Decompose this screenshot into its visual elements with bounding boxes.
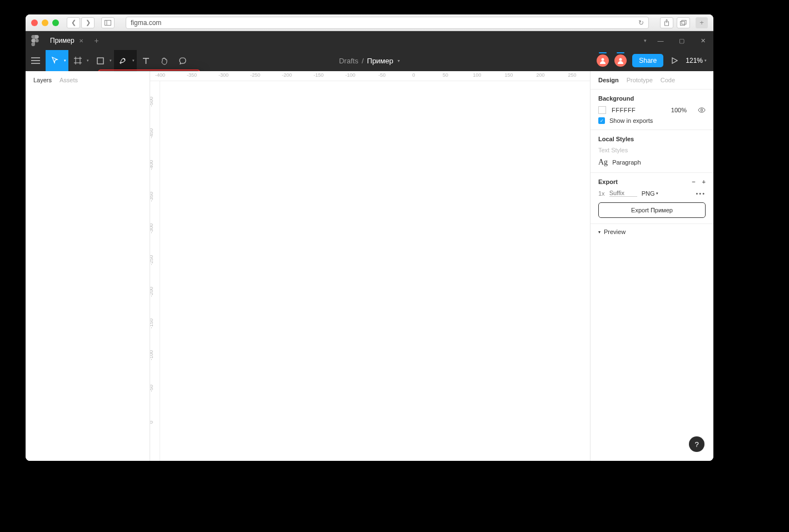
vertical-ruler: -500 -450 -400 -350 -300 -250 -200 -150 … [150,81,160,461]
share-browser-button[interactable] [660,17,673,28]
frame-tool[interactable] [68,50,87,71]
ruler-tick: -350 [150,192,154,202]
maximize-button[interactable]: ▢ [671,31,692,50]
background-title: Background [598,95,706,102]
share-button[interactable]: Share [632,54,663,67]
ruler-tick: 200 [536,72,544,78]
comment-tool[interactable] [173,50,192,71]
right-panel: Design Prototype Code Background FFFFFF … [590,71,713,461]
figma-toolbar: ▾ ▾ ▾ ▾ Drafts [26,50,713,71]
text-style-name: Paragraph [612,159,641,166]
color-hex[interactable]: FFFFFF [612,107,636,113]
breadcrumb-separator: / [361,57,364,65]
add-export-button[interactable]: + [702,178,706,185]
shape-tool[interactable] [91,50,110,71]
breadcrumb-filename[interactable]: Пример [367,57,393,65]
browser-toolbar: ❮ ❯ figma.com ↻ + [26,14,713,31]
prototype-tab[interactable]: Prototype [627,77,653,83]
tabs-browser-button[interactable] [677,17,690,28]
svg-point-18 [602,58,604,61]
visibility-icon[interactable] [698,107,706,113]
layers-tab[interactable]: Layers [33,77,52,83]
export-preview-label: Preview [604,228,626,235]
minimize-window-button[interactable] [42,19,48,26]
ruler-tick: -200 [282,72,292,78]
close-tab-icon[interactable]: ✕ [79,38,83,44]
figma-logo-icon[interactable] [26,31,44,50]
breadcrumb-root[interactable]: Drafts [339,57,359,65]
color-swatch[interactable] [598,106,606,114]
ruler-tick: -300 [219,72,229,78]
svg-point-6 [35,39,39,43]
present-button[interactable] [669,57,680,64]
close-button[interactable]: ✕ [692,31,713,50]
zoom-value: 121% [686,57,703,64]
ruler-tick: -50 [150,385,154,392]
export-scale[interactable]: 1x [598,190,605,197]
remove-export-button[interactable]: − [692,178,695,185]
app-window: ❮ ❯ figma.com ↻ + Пример ✕ + [26,14,713,461]
ruler-tick: -350 [187,72,197,78]
sidebar-toggle-button[interactable] [101,17,115,28]
ruler-tick: -100 [345,72,355,78]
horizontal-ruler: -400 -350 -300 -250 -200 -150 -100 -50 0… [150,71,590,81]
breadcrumb-chevron-icon[interactable]: ▾ [398,58,400,63]
ruler-tick: 150 [504,72,513,78]
hand-tool[interactable] [155,50,173,71]
text-style-row[interactable]: Ag Paragraph [598,158,706,167]
text-tool[interactable] [137,50,155,71]
user-avatar-1[interactable] [597,54,609,67]
main-area: Layers Assets -400 -350 -300 -250 -200 -… [26,71,713,461]
svg-point-21 [701,109,703,111]
ruler-tick: -400 [150,160,154,170]
export-suffix-input[interactable] [609,190,637,197]
ruler-tick: -250 [150,255,154,265]
figma-tab-bar: Пример ✕ + ▾ — ▢ ✕ [26,31,713,50]
export-format-value: PNG [642,190,655,197]
show-in-exports-label: Show in exports [609,117,653,124]
url-text: figma.com [131,19,161,27]
menu-button[interactable] [26,50,46,71]
ruler-tick: 100 [473,72,481,78]
help-button[interactable]: ? [689,436,704,452]
pen-tool[interactable] [114,50,132,71]
text-styles-label: Text Styles [598,147,706,153]
local-styles-title: Local Styles [598,136,706,142]
assets-tab[interactable]: Assets [59,77,78,83]
new-tab-button[interactable]: + [696,17,708,28]
ruler-tick: 0 [412,72,415,78]
user-avatar-2[interactable] [614,54,627,67]
left-panel-tabs: Layers Assets [26,71,150,89]
close-window-button[interactable] [31,19,38,26]
canvas-area[interactable]: -400 -350 -300 -250 -200 -150 -100 -50 0… [150,71,590,461]
minimize-button[interactable]: — [650,31,671,50]
reload-icon[interactable]: ↻ [638,19,644,27]
export-more-icon[interactable]: ••• [696,190,706,197]
export-preview-toggle[interactable]: ▾ Preview [590,224,713,240]
url-bar[interactable]: figma.com ↻ [126,17,649,29]
chevron-down-icon: ▾ [656,191,658,196]
forward-button[interactable]: ❯ [81,17,95,28]
add-tab-button[interactable]: + [89,31,105,50]
design-tab[interactable]: Design [598,77,619,83]
ruler-tick: 50 [443,72,448,78]
text-style-preview: Ag [598,158,608,167]
ruler-tick: -450 [150,128,154,138]
document-tab[interactable]: Пример ✕ [44,31,89,50]
fullscreen-window-button[interactable] [52,19,59,26]
caret-down-icon: ▾ [598,230,601,235]
checkbox-icon[interactable]: ✓ [598,117,605,124]
figma-window-controls: ▾ — ▢ ✕ [641,31,713,50]
color-opacity[interactable]: 100% [671,107,687,113]
code-tab[interactable]: Code [661,77,675,83]
ruler-tick: -300 [150,223,154,233]
dropdown-icon[interactable]: ▾ [641,38,650,43]
export-format-select[interactable]: PNG ▾ [642,190,659,197]
show-in-exports-row[interactable]: ✓ Show in exports [598,117,706,124]
svg-point-15 [124,58,125,59]
back-button[interactable]: ❮ [67,17,80,28]
move-tool[interactable] [46,50,64,71]
zoom-control[interactable]: 121% ▾ [686,57,707,64]
left-panel: Layers Assets [26,71,150,461]
export-button[interactable]: Export Пример [598,202,706,218]
